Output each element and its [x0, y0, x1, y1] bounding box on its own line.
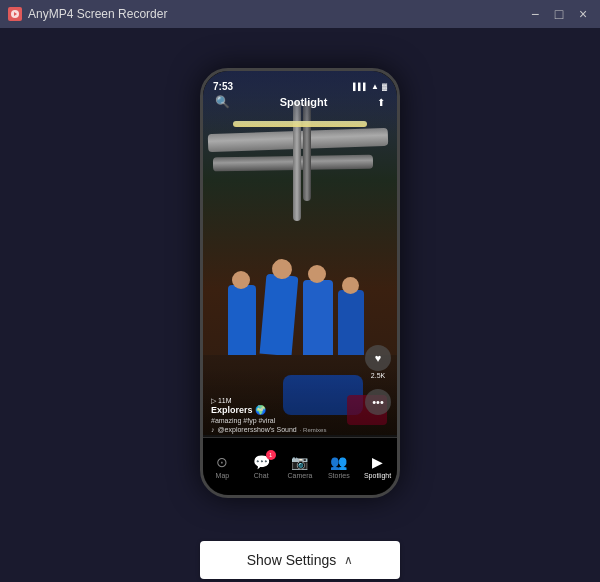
tiktok-bottom-info: Explorers 🌍 #amazing #fyp #viral ♪ @expl… — [203, 405, 397, 433]
close-button[interactable]: × — [574, 7, 592, 21]
show-settings-label: Show Settings — [247, 552, 337, 568]
tiktok-title: Spotlight — [280, 96, 328, 108]
minimize-button[interactable]: − — [526, 7, 544, 21]
nav-map-label: Map — [216, 472, 230, 479]
show-settings-button[interactable]: Show Settings ∧ — [200, 541, 400, 579]
phone-frame: 7:53 ▌▌▌ ▲ ▓ 🔍 Spotlight ⬆ ▷ 11M ♥ — [200, 68, 400, 498]
spotlight-icon: ▶ — [372, 454, 383, 470]
settings-area: Show Settings ∧ — [0, 538, 600, 582]
battery-icon: ▓ — [382, 83, 387, 90]
chevron-up-icon: ∧ — [344, 553, 353, 567]
window-controls: − □ × — [526, 7, 592, 21]
hashtags: #amazing #fyp #viral — [211, 417, 389, 424]
phone-time: 7:53 — [213, 81, 233, 92]
main-content: 7:53 ▌▌▌ ▲ ▓ 🔍 Spotlight ⬆ ▷ 11M ♥ — [0, 28, 600, 538]
nav-map[interactable]: ⊙ Map — [203, 454, 242, 479]
stories-icon: 👥 — [330, 454, 347, 470]
like-button[interactable]: ♥ 2.5K — [365, 345, 391, 379]
music-icon: ♪ — [211, 426, 215, 433]
nav-chat[interactable]: 💬 1 Chat — [242, 454, 281, 479]
wifi-icon: ▲ — [371, 82, 379, 91]
sound-name-right: · Remixes — [300, 427, 327, 433]
heart-icon: ♥ — [365, 345, 391, 371]
nav-camera-label: Camera — [288, 472, 313, 479]
map-icon: ⊙ — [216, 454, 228, 470]
maximize-button[interactable]: □ — [550, 7, 568, 21]
camera-icon: 📷 — [291, 454, 308, 470]
signal-icon: ▌▌▌ — [353, 83, 368, 90]
sound-name-left: @explorersshow's Sound — [218, 426, 297, 433]
app-icon — [8, 7, 22, 21]
like-count: 2.5K — [371, 372, 385, 379]
nav-spotlight-label: Spotlight — [364, 472, 391, 479]
sound-info: ♪ @explorersshow's Sound · Remixes — [211, 426, 389, 433]
username: Explorers 🌍 — [211, 405, 389, 415]
nav-stories-label: Stories — [328, 472, 350, 479]
title-bar-left: AnyMP4 Screen Recorder — [8, 7, 167, 21]
view-count-value: ▷ 11M — [211, 397, 232, 405]
nav-chat-label: Chat — [254, 472, 269, 479]
chat-icon: 💬 1 — [253, 454, 270, 470]
chat-badge: 1 — [266, 450, 276, 460]
search-icon[interactable]: 🔍 — [215, 95, 230, 109]
nav-spotlight[interactable]: ▶ Spotlight — [358, 454, 397, 479]
phone-screen: 7:53 ▌▌▌ ▲ ▓ 🔍 Spotlight ⬆ ▷ 11M ♥ — [203, 71, 397, 495]
nav-camera[interactable]: 📷 Camera — [281, 454, 320, 479]
status-icons: ▌▌▌ ▲ ▓ — [353, 82, 387, 91]
nav-stories[interactable]: 👥 Stories — [319, 454, 358, 479]
share-icon[interactable]: ⬆ — [377, 97, 385, 108]
tiktok-header: 🔍 Spotlight ⬆ — [203, 91, 397, 113]
view-count: ▷ 11M — [211, 397, 232, 405]
app-title: AnyMP4 Screen Recorder — [28, 7, 167, 21]
title-bar: AnyMP4 Screen Recorder − □ × — [0, 0, 600, 28]
tiktok-nav: ⊙ Map 💬 1 Chat 📷 Camera 👥 Stories — [203, 437, 397, 495]
